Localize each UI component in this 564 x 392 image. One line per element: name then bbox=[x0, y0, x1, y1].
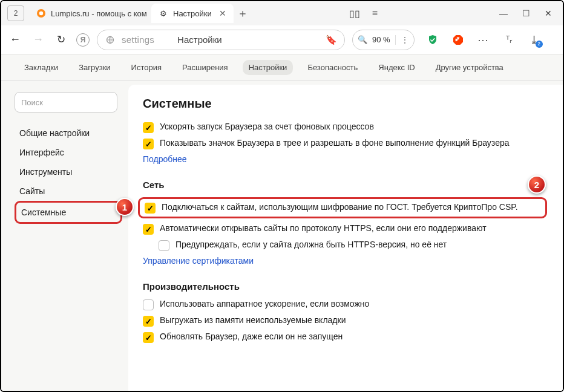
opt-label: Выгружать из памяти неиспользуемые вклад… bbox=[160, 315, 346, 325]
settings-subnav: Закладки Загрузки История Расширения Нас… bbox=[1, 54, 563, 81]
callout-1: 1 bbox=[116, 198, 134, 216]
opt-label: Использовать аппаратное ускорение, если … bbox=[160, 299, 369, 309]
checkbox-icon[interactable] bbox=[143, 316, 154, 327]
close-window-button[interactable]: ✕ bbox=[545, 8, 552, 18]
checkbox-icon[interactable] bbox=[143, 122, 154, 133]
opt-gost-row: Подключаться к сайтам, использующим шифр… bbox=[138, 197, 547, 218]
window-controls: ― ☐ ✕ bbox=[491, 8, 560, 18]
toolbar-icons: ⋯ ᵀᵣ ⤓2 bbox=[427, 34, 540, 46]
forward-button[interactable]: → bbox=[30, 32, 46, 48]
tab-settings[interactable]: ⚙ Настройки ✕ bbox=[151, 4, 234, 23]
tab-label: Настройки bbox=[173, 9, 212, 18]
link-cert-management[interactable]: Управление сертификатами bbox=[143, 256, 542, 266]
svg-point-1 bbox=[39, 11, 43, 15]
section-title-system: Системные bbox=[143, 97, 542, 111]
sidebar-item-label: Системные bbox=[21, 207, 66, 217]
downloads-badge: 2 bbox=[536, 41, 543, 48]
opt-gost[interactable]: Подключаться к сайтам, использующим шифр… bbox=[145, 202, 540, 214]
tab-lumpics[interactable]: Lumpics.ru - помощь с ком bbox=[29, 4, 150, 23]
protect-icon[interactable] bbox=[427, 34, 439, 46]
zoom-value: 90 % bbox=[372, 35, 390, 44]
main-wrap: Поиск Общие настройки Интерфейс Инструме… bbox=[1, 81, 563, 391]
favicon-settings-icon: ⚙ bbox=[159, 8, 168, 18]
adblock-icon[interactable] bbox=[452, 34, 464, 46]
checkbox-icon[interactable] bbox=[143, 224, 154, 235]
yandex-home-icon[interactable]: Я bbox=[76, 33, 90, 47]
bookmark-icon[interactable]: 🔖 bbox=[326, 34, 337, 45]
titlebar: 2 Lumpics.ru - помощь с ком ⚙ Настройки … bbox=[1, 1, 563, 25]
zoom-icon: 🔍 bbox=[358, 35, 367, 44]
reload-button[interactable]: ↻ bbox=[53, 32, 69, 48]
zoom-chip[interactable]: 🔍 90 % ⋮ bbox=[352, 30, 415, 50]
sidebar-item-general[interactable]: Общие настройки bbox=[15, 123, 122, 143]
subhead-network: Сеть bbox=[143, 180, 542, 190]
subnav-downloads[interactable]: Загрузки bbox=[73, 60, 116, 75]
minimize-button[interactable]: ― bbox=[499, 8, 508, 18]
opt-auto-update[interactable]: Обновлять Браузер, даже если он не запущ… bbox=[143, 332, 542, 343]
opt-label: Обновлять Браузер, даже если он не запущ… bbox=[160, 332, 343, 341]
menu-lines-icon[interactable]: ≡ bbox=[372, 8, 378, 19]
link-more[interactable]: Подробнее bbox=[143, 154, 542, 164]
opt-hw-accel[interactable]: Использовать аппаратное ускорение, если … bbox=[143, 299, 542, 310]
sidebar-item-system[interactable]: Системные 1 bbox=[15, 201, 122, 224]
settings-search-input[interactable]: Поиск bbox=[15, 92, 117, 113]
checkbox-icon[interactable] bbox=[145, 203, 156, 214]
tab-count-badge[interactable]: 2 bbox=[7, 5, 24, 21]
opt-label: Подключаться к сайтам, использующим шифр… bbox=[162, 202, 518, 212]
url-text: settings bbox=[122, 34, 154, 45]
favicon-lumpics-icon bbox=[36, 8, 46, 18]
downloads-icon[interactable]: ⤓2 bbox=[528, 34, 540, 46]
opt-label: Предупреждать, если у сайта должна быть … bbox=[175, 240, 447, 249]
subnav-yandex-id[interactable]: Яндекс ID bbox=[372, 60, 421, 75]
checkbox-icon[interactable] bbox=[143, 139, 154, 149]
close-tab-icon[interactable]: ✕ bbox=[219, 8, 226, 18]
sidebar-item-tools[interactable]: Инструменты bbox=[15, 162, 122, 181]
omnibox[interactable]: settings Настройки 🔖 bbox=[97, 30, 345, 50]
opt-label: Ускорять запуск Браузера за счет фоновых… bbox=[160, 122, 374, 131]
sidebar-item-sites[interactable]: Сайты bbox=[15, 181, 122, 201]
site-info-icon[interactable] bbox=[105, 34, 116, 45]
maximize-button[interactable]: ☐ bbox=[522, 8, 530, 18]
checkbox-icon[interactable] bbox=[143, 299, 154, 310]
opt-unload-tabs[interactable]: Выгружать из памяти неиспользуемые вклад… bbox=[143, 315, 542, 327]
back-button[interactable]: ← bbox=[7, 32, 23, 48]
opt-warn-https[interactable]: Предупреждать, если у сайта должна быть … bbox=[159, 240, 542, 251]
new-tab-button[interactable]: ＋ bbox=[235, 5, 251, 21]
opt-label: Показывать значок Браузера в трее и разр… bbox=[160, 138, 510, 148]
subnav-bookmarks[interactable]: Закладки bbox=[18, 60, 64, 75]
subnav-other-devices[interactable]: Другие устройства bbox=[430, 60, 510, 75]
checkbox-icon[interactable] bbox=[159, 240, 169, 251]
search-placeholder: Поиск bbox=[21, 98, 43, 107]
subnav-extensions[interactable]: Расширения bbox=[176, 60, 234, 75]
opt-speedup-launch[interactable]: Ускорять запуск Браузера за счет фоновых… bbox=[143, 122, 542, 133]
address-bar: ← → ↻ Я settings Настройки 🔖 🔍 90 % ⋮ ⋯ … bbox=[1, 25, 563, 54]
subnav-security[interactable]: Безопасность bbox=[301, 60, 364, 75]
tab-label: Lumpics.ru - помощь с ком bbox=[51, 9, 147, 18]
sidebar-item-interface[interactable]: Интерфейс bbox=[15, 143, 122, 162]
settings-content: Системные Ускорять запуск Браузера за сч… bbox=[128, 85, 563, 391]
opt-label: Автоматически открывать сайты по протоко… bbox=[160, 223, 487, 233]
extensions-menu-icon[interactable]: ⋯ bbox=[477, 34, 490, 46]
checkbox-icon[interactable] bbox=[143, 332, 154, 343]
subhead-performance: Производительность bbox=[143, 281, 542, 292]
translate-icon[interactable]: ᵀᵣ bbox=[503, 34, 515, 46]
zoom-menu-icon[interactable]: ⋮ bbox=[395, 35, 409, 45]
opt-tray-icon[interactable]: Показывать значок Браузера в трее и разр… bbox=[143, 138, 542, 149]
opt-auto-https[interactable]: Автоматически открывать сайты по протоко… bbox=[143, 223, 542, 235]
subnav-history[interactable]: История bbox=[125, 60, 168, 75]
url-title: Настройки bbox=[177, 34, 222, 45]
settings-sidebar: Поиск Общие настройки Интерфейс Инструме… bbox=[1, 81, 122, 391]
subnav-settings[interactable]: Настройки bbox=[243, 60, 293, 75]
collections-icon[interactable]: ▯▯ bbox=[349, 8, 360, 19]
callout-2: 2 bbox=[528, 175, 546, 194]
